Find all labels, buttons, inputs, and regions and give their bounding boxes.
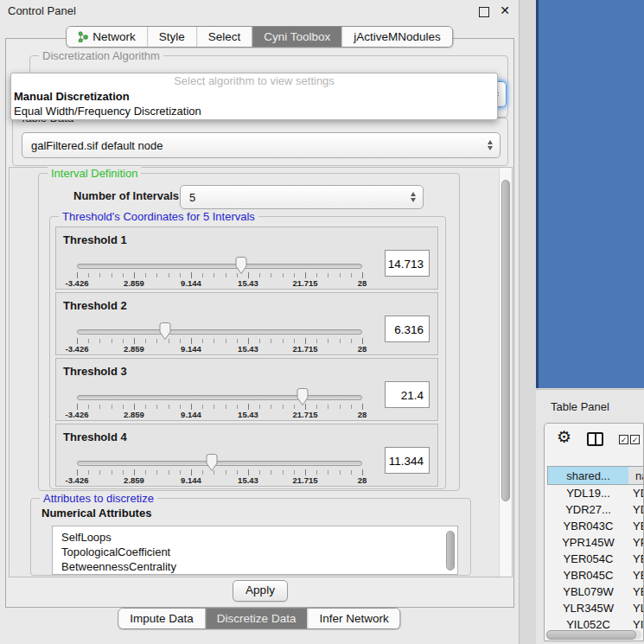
cell-shared-name[interactable]: YBR045C [547, 567, 629, 583]
attribute-item[interactable]: SelfLoops [53, 526, 457, 545]
cell-shared-name[interactable]: YDL19... [547, 485, 629, 501]
threshold-4-row: Threshold 4-3.4262.8599.14415.4321.71528… [55, 424, 438, 487]
attribute-item[interactable]: BetweennessCentrality [53, 559, 457, 574]
column-header-shared-name[interactable]: shared... [547, 466, 629, 485]
tab-style[interactable]: Style [147, 27, 196, 47]
cell-name[interactable]: YPR1 [633, 534, 644, 551]
threshold-slider-track[interactable] [77, 264, 362, 269]
cell-name[interactable]: YLR3 [633, 600, 644, 616]
slider-tick [283, 405, 284, 409]
attribute-item[interactable]: TopologicalCoefficient [53, 545, 457, 559]
slider-tick-label: 15.43 [238, 344, 258, 354]
slider-tick [237, 339, 238, 343]
tab-cyni-toolbox[interactable]: Cyni Toolbox [252, 27, 341, 47]
slider-tick [226, 273, 226, 277]
table-row[interactable]: YDL19...YDL1 [547, 485, 644, 501]
threshold-value-field[interactable]: 6.316 [385, 316, 430, 342]
vertical-scrollbar-thumb[interactable] [501, 180, 510, 501]
slider-tick [351, 339, 352, 343]
cell-shared-name[interactable]: YDR27... [547, 501, 629, 518]
table-data-combobox[interactable]: galFiltered.sif default node [22, 132, 501, 158]
slider-tick [362, 469, 363, 475]
cell-shared-name[interactable]: YER054C [547, 551, 629, 567]
cell-name[interactable]: YBL0 [633, 583, 644, 600]
numerical-attributes-list[interactable]: SelfLoopsTopologicalCoefficientBetweenne… [52, 526, 458, 575]
cell-name[interactable]: YBR0 [633, 567, 644, 583]
slider-tick [145, 339, 146, 343]
cell-shared-name[interactable]: YBL079W [547, 583, 629, 600]
vertical-scrollbar-track[interactable] [499, 168, 512, 577]
dropdown-prompt-item[interactable]: Select algorithm to view settings [11, 73, 497, 89]
table-settings-gear-icon[interactable]: ⚙ [557, 429, 571, 445]
slider-tick [362, 404, 363, 410]
slider-tick [259, 405, 260, 409]
table-row[interactable]: YBL079WYBL0 [547, 583, 644, 600]
slider-tick [202, 339, 203, 343]
cell-name[interactable]: YBR0 [633, 518, 644, 534]
slider-tick [169, 273, 169, 277]
threshold-slider-thumb[interactable] [205, 453, 219, 472]
column-header-name[interactable]: na [628, 466, 644, 485]
table-row[interactable]: YPR145WYPR1 [547, 534, 644, 551]
threshold-slider-thumb[interactable] [158, 322, 172, 341]
slider-tick [77, 338, 78, 344]
threshold-slider-track[interactable] [77, 461, 362, 466]
slider-tick [77, 404, 78, 410]
dropdown-item-equal-width[interactable]: Equal Width/Frequency Discretization [11, 104, 497, 118]
slider-tick [283, 339, 284, 343]
slider-tick [294, 339, 295, 343]
threshold-slider-track[interactable] [77, 329, 362, 335]
threshold-slider-thumb[interactable] [296, 387, 309, 406]
slider-tick [328, 470, 328, 475]
cell-name[interactable]: YDL1 [633, 485, 644, 501]
tab-discretize-data[interactable]: Discretize Data [205, 609, 308, 628]
node-table-window: ⚙ ✓ ✓ shared...na YDL19...YDL1YDR27...YD… [544, 423, 644, 641]
column-layout-icon[interactable] [587, 432, 603, 446]
cell-shared-name[interactable]: YLR345W [547, 600, 629, 616]
slider-tick [283, 470, 284, 475]
combo-stepper-icon [411, 192, 416, 202]
table-row[interactable]: YER054CYER0 [547, 551, 644, 567]
tab-label: Discretize Data [217, 612, 296, 625]
tab-jactivemnodules[interactable]: jActiveMNodules [341, 27, 452, 47]
network-view-window: GAL80GAGAL11CGAL4GCY1HHAP2 [536, 0, 644, 388]
slider-tick [340, 470, 341, 475]
tab-label: Cyni Toolbox [264, 30, 330, 43]
horizontal-scrollbar-thumb[interactable] [546, 630, 636, 640]
table-row[interactable]: YBR045CYBR0 [547, 567, 644, 583]
horizontal-scrollbar-track[interactable] [546, 630, 641, 640]
cell-shared-name[interactable]: YPR145W [547, 534, 629, 551]
cell-name[interactable]: YDR2 [633, 501, 644, 518]
table-row[interactable]: YDR27...YDR2 [547, 501, 644, 518]
tab-impute-data[interactable]: Impute Data [118, 609, 205, 628]
slider-tick [134, 338, 135, 344]
slider-tick [294, 273, 295, 277]
slider-tick [316, 405, 317, 409]
cell-shared-name[interactable]: YBR043C [547, 518, 629, 534]
select-all-columns-icon[interactable]: ✓ [630, 435, 640, 444]
apply-button[interactable]: Apply [233, 580, 288, 602]
float-panel-icon[interactable] [479, 7, 489, 17]
attributes-scrollbar-thumb[interactable] [446, 531, 455, 571]
slider-tick [99, 470, 100, 475]
tab-network[interactable]: Network [67, 27, 147, 47]
threshold-slider-thumb[interactable] [234, 256, 248, 275]
slider-tick [271, 405, 271, 409]
select-columns-icon[interactable]: ✓ [619, 435, 628, 444]
threshold-value-field[interactable]: 14.713 [385, 250, 430, 277]
threshold-value-field[interactable]: 11.344 [385, 447, 430, 474]
close-panel-icon[interactable]: ✕ [500, 3, 510, 17]
threshold-value-field[interactable]: 21.4 [385, 381, 430, 408]
tab-infer-network[interactable]: Infer Network [307, 609, 399, 628]
slider-tick-label: 2.859 [124, 410, 144, 419]
cell-name[interactable]: YER0 [633, 551, 644, 567]
table-row[interactable]: YLR345WYLR3 [547, 600, 644, 616]
slider-tick-label: 21.715 [292, 475, 317, 485]
tab-select[interactable]: Select [196, 27, 252, 47]
slider-tick [248, 338, 249, 344]
dropdown-item-manual-discretization[interactable]: Manual Discretization [11, 89, 497, 104]
threshold-slider-track[interactable] [77, 395, 362, 400]
tab-label: Select [208, 30, 241, 43]
table-row[interactable]: YBR043CYBR0 [547, 518, 644, 534]
number-of-intervals-combobox[interactable]: 5 [180, 185, 424, 209]
